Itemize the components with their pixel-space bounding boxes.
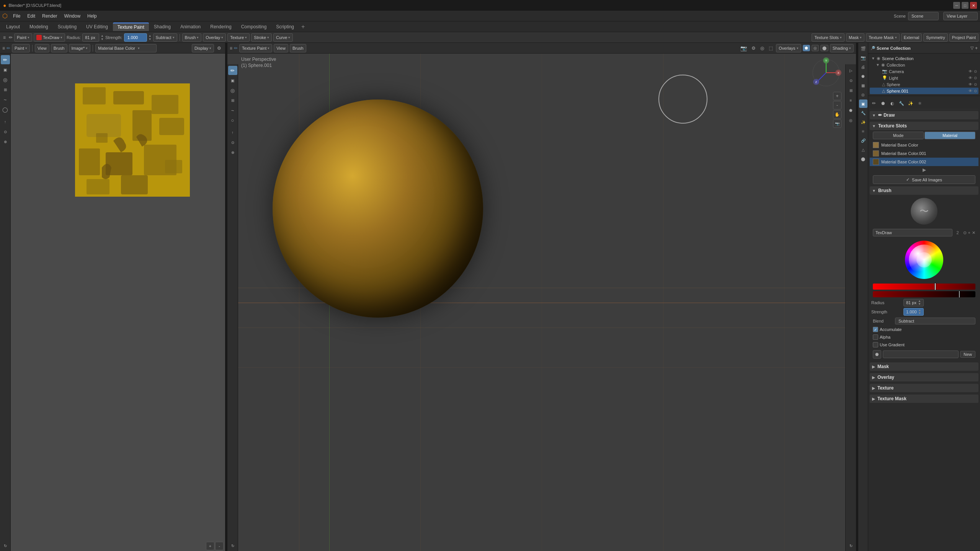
blend-selector[interactable]: Subtract	[895, 318, 975, 324]
pi-4[interactable]: 🔧	[897, 99, 906, 108]
minimize-btn[interactable]: ─	[953, 2, 960, 9]
props-object-btn[interactable]: ▣	[859, 99, 867, 108]
texture-section-header[interactable]: ▶ Texture	[870, 384, 978, 392]
texture-menu[interactable]: Texture ▾	[227, 33, 250, 42]
radius-arrows-props[interactable]: ▲ ▼	[918, 300, 921, 306]
tab-texture-paint[interactable]: Texture Paint	[113, 23, 149, 31]
menu-edit[interactable]: Edit	[24, 13, 38, 20]
uv-tool-9[interactable]: ⊕	[1, 137, 10, 146]
props-world-btn[interactable]: ◎	[859, 90, 867, 99]
shading-menu[interactable]: Shading ▾	[830, 44, 854, 52]
props-constraints-btn[interactable]: 🔗	[859, 136, 867, 145]
new-texture-btn[interactable]: New	[960, 351, 975, 358]
brush-name-field[interactable]: TexDraw	[873, 229, 952, 236]
menu-render[interactable]: Render	[39, 13, 60, 20]
vp-tool-7[interactable]: ↑	[228, 128, 237, 137]
tab-shading[interactable]: Shading	[149, 23, 175, 31]
vp-settings-btn[interactable]: ⚙	[750, 45, 757, 52]
uv-display-menu[interactable]: Display ▾	[192, 44, 214, 52]
nav-widget[interactable]: Y X Z	[811, 57, 841, 88]
tree-scene-collection[interactable]: ▼ ◉ Scene Collection	[870, 55, 978, 62]
subtract-selector[interactable]: Subtract ▾	[153, 33, 177, 42]
radius-field-props[interactable]: 81 px ▲ ▼	[903, 299, 924, 306]
radius-field[interactable]: 81 px	[82, 33, 99, 42]
tab-modeling[interactable]: Modeling	[25, 23, 53, 31]
alpha-checkbox[interactable]	[873, 334, 878, 340]
pi-6[interactable]: ⚛	[916, 99, 924, 108]
uv-tool-bottom[interactable]: ↻	[1, 541, 10, 550]
uv-zoom-out[interactable]: -	[215, 542, 224, 550]
uv-erase-tool[interactable]: ◎	[1, 75, 10, 84]
vp-right-3[interactable]: ⊞	[846, 86, 856, 95]
vp-right-4[interactable]: ≡	[846, 96, 856, 105]
accumulate-checkbox[interactable]	[873, 327, 878, 332]
overlay-menu[interactable]: Overlay ▾	[203, 33, 226, 42]
strength-arrows[interactable]: ▲ ▼	[149, 34, 152, 41]
slot-selector[interactable]: Material Base Color ▾	[95, 44, 157, 52]
mode-tab[interactable]: Mode	[873, 132, 924, 139]
uv-tool-8[interactable]: ⊙	[1, 127, 10, 136]
texture-icon-btn[interactable]: ⬟	[873, 350, 881, 359]
vp-mode-selector[interactable]: Texture Paint ▾	[239, 44, 272, 52]
tab-animation[interactable]: Animation	[176, 23, 205, 31]
uv-view-menu[interactable]: View	[35, 44, 49, 52]
strength-arrows-props[interactable]: ▲ ▼	[918, 309, 921, 315]
vp-fill-tool[interactable]: ▣	[228, 76, 237, 85]
props-physics-btn[interactable]: ⚛	[859, 127, 867, 135]
texture-slots-header[interactable]: ▼ Texture Slots	[870, 122, 978, 130]
project-paint-menu[interactable]: Project Paint	[949, 33, 978, 42]
tab-uv-editing[interactable]: UV Editing	[82, 23, 113, 31]
props-scene-btn[interactable]: 🎬	[859, 44, 867, 53]
tab-scripting[interactable]: Scripting	[271, 23, 299, 31]
uv-anchor-tool[interactable]: ↑	[1, 117, 10, 126]
texture-mask-menu[interactable]: Texture Mask ▾	[866, 33, 899, 42]
vp-camera-btn[interactable]: 📷	[739, 44, 748, 52]
uv-smear-tool[interactable]: ~	[1, 95, 10, 104]
stroke-menu[interactable]: Stroke ▾	[251, 33, 272, 42]
add-workspace-btn[interactable]: +	[299, 23, 307, 30]
vp-zoom-out-btn[interactable]: -	[833, 101, 841, 109]
shading-solid-btn[interactable]: ⬟	[803, 45, 810, 51]
material-tab[interactable]: Material	[924, 132, 975, 139]
props-modifier-btn[interactable]: 🔧	[859, 109, 867, 117]
mode-selector[interactable]: Paint ▾	[14, 33, 32, 42]
radius-arrows[interactable]: ▲ ▼	[101, 34, 104, 41]
color-wheel[interactable]	[905, 241, 943, 279]
vp-right-6[interactable]: ◎	[846, 116, 856, 125]
scene-field[interactable]: Scene	[908, 12, 939, 20]
vp-tool-9[interactable]: ⊕	[228, 148, 237, 157]
strength-field[interactable]: 1.000	[124, 33, 147, 42]
vp-soften-tool[interactable]: ○	[228, 116, 237, 125]
tree-collection[interactable]: ▼ ◉ Collection	[870, 62, 978, 68]
vp-brush-menu[interactable]: Brush	[290, 44, 306, 52]
props-data-btn[interactable]: △	[859, 145, 867, 154]
vp-right-bottom[interactable]: ↻	[846, 541, 856, 550]
black-bar-thumb[interactable]	[959, 290, 960, 298]
mask-menu[interactable]: Mask ▾	[846, 33, 864, 42]
tree-sphere-001[interactable]: △ Sphere.001 👁 ⊙	[870, 88, 978, 94]
vp-view-menu[interactable]: View	[274, 44, 288, 52]
uv-canvas[interactable]: + -	[11, 54, 225, 551]
texture-slots-menu[interactable]: Texture Slots ▾	[812, 33, 844, 42]
uv-draw-tool[interactable]: ✏	[1, 55, 10, 64]
vp-tool-8[interactable]: ⊙	[228, 138, 237, 147]
vp-cursor-btn[interactable]: ◎	[759, 45, 766, 52]
pi-3[interactable]: ◐	[888, 99, 897, 108]
brush-del-btn[interactable]: ✕	[972, 230, 975, 235]
slot-material-base-002[interactable]: Material Base Color.002	[870, 158, 978, 166]
vp-smear-tool[interactable]: ~	[228, 106, 237, 115]
tab-layout[interactable]: Layout	[2, 23, 24, 31]
texture-mask-section-header[interactable]: ▶ Texture Mask	[870, 395, 978, 403]
outliner-add-btn[interactable]: +	[975, 46, 978, 51]
overlay-section-header[interactable]: ▶ Overlay	[870, 373, 978, 381]
vp-zoom-in-btn[interactable]: +	[833, 92, 841, 100]
view-layer-field[interactable]: View Layer	[943, 12, 978, 20]
uv-fill-tool[interactable]: ▣	[1, 65, 10, 74]
vp-right-2[interactable]: ⊙	[846, 76, 856, 85]
slot-material-base[interactable]: Material Base Color	[870, 141, 978, 149]
vp-clone-tool[interactable]: ⊞	[228, 96, 237, 105]
close-btn[interactable]: ✕	[970, 2, 977, 9]
menu-window[interactable]: Window	[61, 13, 83, 20]
pi-draw[interactable]: ✏	[870, 99, 878, 108]
viewport-content[interactable]: ✏ ▣ ◎ ⊞ ~ ○ ↑ ⊙ ⊕ ↻ User Perspective (1)…	[227, 54, 856, 551]
